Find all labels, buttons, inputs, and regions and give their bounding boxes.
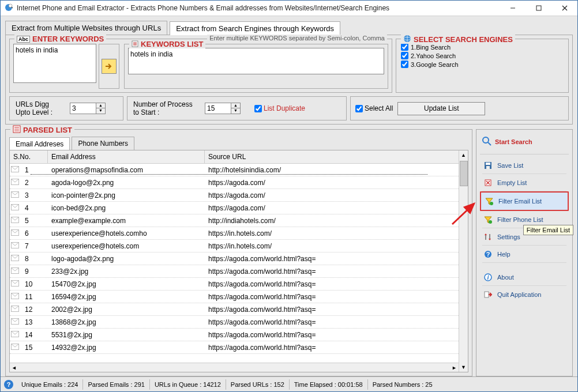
results-grid: S.No. Email Address Source URL 1operatio… xyxy=(9,150,468,372)
envelope-icon xyxy=(11,217,20,224)
spin-down[interactable]: ▼ xyxy=(231,108,240,114)
col-source[interactable]: Source URL xyxy=(205,150,468,163)
svg-rect-4 xyxy=(536,6,541,10)
help-button[interactable]: ? Help xyxy=(480,246,569,263)
list-duplicate-check[interactable]: List Duplicate xyxy=(254,104,305,112)
settings-icon xyxy=(483,233,493,241)
start-search-button[interactable]: Start Search xyxy=(480,133,569,154)
svg-rect-37 xyxy=(486,166,490,169)
minimize-button[interactable] xyxy=(500,1,526,16)
select-all-check[interactable]: Select All xyxy=(355,104,393,112)
filter-phone-button[interactable]: Filter Phone List Filter Email List xyxy=(480,211,569,228)
quit-button[interactable]: Quit Application xyxy=(480,286,569,303)
search-engine-item[interactable]: 3.Google Search xyxy=(400,60,565,69)
table-row[interactable]: 1514932@2x.jpghttps://agoda.com/world.ht… xyxy=(10,341,468,354)
status-urls-queue: URLs in Queue : 14212 xyxy=(150,379,226,390)
envelope-icon xyxy=(11,331,20,338)
envelope-icon xyxy=(11,229,20,237)
svg-point-41 xyxy=(490,202,493,205)
about-button[interactable]: i About xyxy=(480,269,569,286)
save-list-button[interactable]: Save List xyxy=(480,157,569,174)
abc-icon: Abc xyxy=(17,36,30,43)
filter-email-button[interactable]: Filter Email List xyxy=(480,191,569,211)
envelope-icon xyxy=(11,344,20,351)
status-help-icon[interactable]: ? xyxy=(4,380,13,389)
update-list-button[interactable]: Update List xyxy=(397,102,485,115)
status-parsed-emails: Parsed Emails : 291 xyxy=(83,379,149,390)
table-row[interactable]: 1116594@2x.jpghttps://agoda.com/world.ht… xyxy=(10,291,468,303)
keywords-input[interactable]: hotels in india xyxy=(13,44,96,83)
spin-down[interactable]: ▼ xyxy=(96,108,105,114)
horizontal-scrollbar[interactable]: ◄► xyxy=(10,363,459,372)
tab-extract-keywords[interactable]: Extract from Search Engines through Keyw… xyxy=(170,21,340,35)
col-sno[interactable]: S.No. xyxy=(10,150,48,163)
table-row[interactable]: 9233@2x.jpghttps://agoda.com/world.html?… xyxy=(10,265,468,278)
table-row[interactable]: 3icon-pointer@2x.pnghttps://agoda.com/ xyxy=(10,189,468,202)
envelope-icon xyxy=(11,318,20,326)
about-icon: i xyxy=(483,273,493,281)
svg-point-42 xyxy=(489,220,492,224)
search-engine-item[interactable]: 1.Bing Search xyxy=(400,43,565,51)
envelope-icon xyxy=(11,255,20,262)
tab-page-keywords: Abc ENTER KEYWORDS Enter multiple KEYWOR… xyxy=(5,35,573,125)
spin-up[interactable]: ▲ xyxy=(231,103,240,108)
table-row[interactable]: 8logo-agoda@2x.pnghttps://agoda.com/worl… xyxy=(10,252,468,265)
envelope-icon xyxy=(11,280,20,288)
search-engine-item[interactable]: 2.Yahoo Search xyxy=(400,51,565,60)
table-row[interactable]: 1015470@2x.jpghttps://agoda.com/world.ht… xyxy=(10,278,468,291)
table-row[interactable]: 1operations@mapsofindia.comhttp://hotels… xyxy=(10,164,468,176)
process-input[interactable] xyxy=(205,103,231,114)
spin-up[interactable]: ▲ xyxy=(96,103,105,108)
enter-keywords-legend: Abc ENTER KEYWORDS xyxy=(14,35,106,43)
envelope-icon xyxy=(11,267,20,275)
status-parsed-urls: Parsed URLs : 152 xyxy=(226,379,290,390)
close-button[interactable] xyxy=(551,1,577,16)
svg-line-34 xyxy=(488,142,491,145)
digg-level-spinner[interactable]: ▲▼ xyxy=(70,103,106,114)
keywords-list[interactable]: hotels in india xyxy=(128,48,384,74)
svg-point-33 xyxy=(483,137,489,143)
table-row[interactable]: 122002@2x.jpghttps://agoda.com/world.htm… xyxy=(10,303,468,316)
empty-list-button[interactable]: Empty List xyxy=(480,174,569,191)
grid-header: S.No. Email Address Source URL xyxy=(10,150,468,164)
filter-icon xyxy=(483,216,493,224)
svg-rect-49 xyxy=(485,292,489,297)
save-icon xyxy=(483,161,493,169)
digg-level-input[interactable] xyxy=(70,103,96,114)
window-title: Internet Phone and Email Extractor - Ext… xyxy=(17,4,500,12)
table-row[interactable]: 2agoda-logo@2x.pnghttps://agoda.com/ xyxy=(10,176,468,189)
table-row[interactable]: 4icon-bed@2x.pnghttps://agoda.com/ xyxy=(10,202,468,214)
svg-text:?: ? xyxy=(486,251,490,258)
table-row[interactable]: 6userexperience@hotels.comhohttps://in.h… xyxy=(10,227,468,240)
table-row[interactable]: 1313868@2x.jpghttps://agoda.com/world.ht… xyxy=(10,316,468,329)
list-icon xyxy=(13,125,21,134)
help-icon: ? xyxy=(483,250,493,258)
process-spinner[interactable]: ▲▼ xyxy=(205,103,241,114)
list-icon xyxy=(132,40,138,48)
table-row[interactable]: 145531@2x.jpghttps://agoda.com/world.htm… xyxy=(10,329,468,341)
status-unique-emails: Unique Emails : 224 xyxy=(17,379,83,390)
table-row[interactable]: 7userexperience@hotels.comhttps://in.hot… xyxy=(10,240,468,252)
tab-phone-numbers[interactable]: Phone Numbers xyxy=(72,137,134,150)
main-tabs: Extract from Multiple Websites through U… xyxy=(5,21,573,35)
col-email[interactable]: Email Address xyxy=(48,150,205,163)
search-icon xyxy=(482,137,491,147)
content-area: Extract from Multiple Websites through U… xyxy=(1,16,577,376)
side-panel: Start Search Save List Empty List Filter… xyxy=(476,129,573,376)
tooltip: Filter Email List xyxy=(523,225,573,235)
keywords-list-panel: KEYWORDS LIST hotels in india xyxy=(124,44,388,89)
envelope-icon xyxy=(11,306,20,313)
app-icon xyxy=(4,3,13,13)
vertical-scrollbar[interactable]: ▲▼ xyxy=(459,150,468,372)
maximize-button[interactable] xyxy=(526,1,551,16)
parsed-list-panel: PARSED LIST Email Addreses Phone Numbers… xyxy=(5,129,472,376)
add-keyword-button[interactable] xyxy=(102,59,117,74)
select-all-box: Select All Update List xyxy=(350,96,569,120)
status-time-elapsed: Time Elapsed : 00:01:58 xyxy=(290,379,368,390)
envelope-icon xyxy=(11,166,20,174)
tab-email-addresses[interactable]: Email Addreses xyxy=(9,137,70,150)
table-row[interactable]: 5example@example.comhttp://indiahotels.c… xyxy=(10,214,468,227)
enter-keywords-panel: Abc ENTER KEYWORDS Enter multiple KEYWOR… xyxy=(9,39,392,93)
globe-icon xyxy=(403,35,411,44)
tab-extract-urls[interactable]: Extract from Multiple Websites through U… xyxy=(5,21,167,35)
